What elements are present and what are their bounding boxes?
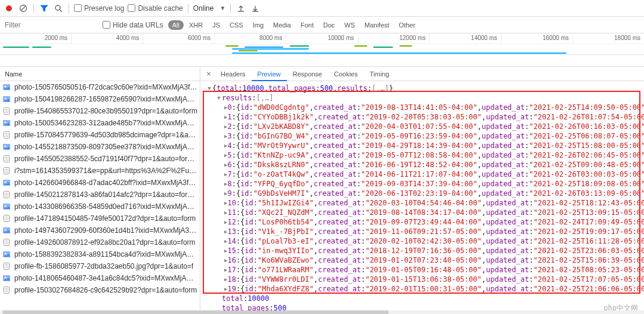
request-name: photo-1500534623283-312aade485b7?ixid=MX…	[14, 119, 197, 127]
svg-point-14	[5, 122, 7, 124]
json-array-item[interactable]: 11: {id: "XQc2I_NQZdM", created_at: "201…	[206, 208, 644, 217]
pill-css[interactable]: CSS	[225, 20, 247, 30]
pill-xhr[interactable]: XHR	[185, 20, 207, 30]
request-row[interactable]: profile-1503027684826-c9c642529b92?dpr=1…	[0, 284, 200, 296]
request-row[interactable]: profile-1492600878912-ef92a8bc20a1?dpr=1…	[0, 236, 200, 248]
request-name: profile-fb-1586085977-2dbda32aeb50.jpg?d…	[14, 262, 193, 270]
waterfall-overview[interactable]: 2000 ms 4000 ms 6000 ms 8000 ms 10000 ms…	[0, 33, 644, 67]
svg-point-42	[5, 229, 7, 231]
request-row[interactable]: profile-1455052388552-5cd7191f40f7?dpr=1…	[0, 153, 200, 165]
expand-icon[interactable]	[206, 84, 212, 93]
json-array-item[interactable]: 14: {id: "pLoal7b3-eI", created_at: "202…	[206, 236, 644, 246]
requests-list[interactable]: photo-1505765050516-f72dcac9c60e?ixid=MX…	[0, 81, 200, 310]
json-array-item[interactable]: 4: {id: "MVrOt9YywrU", created_at: "2019…	[206, 141, 644, 150]
download-icon[interactable]	[250, 3, 261, 14]
request-row[interactable]: photo-1500534623283-312aade485b7?ixid=MX…	[0, 117, 200, 129]
preserve-log-label: Preserve log	[84, 4, 124, 13]
document-file-icon	[2, 286, 11, 294]
tab-timing[interactable]: Timing	[364, 67, 395, 81]
image-file-icon	[2, 226, 11, 235]
pill-other[interactable]: Other	[395, 20, 420, 30]
request-row[interactable]: profile-1450212878143-a86fa014afc2?dpr=1…	[0, 189, 200, 201]
clear-icon[interactable]	[18, 3, 29, 14]
document-file-icon	[2, 190, 11, 199]
json-array-item[interactable]: 16: {id: "Ko6WVaBZEwo", created_at: "201…	[206, 255, 644, 265]
upload-icon[interactable]	[236, 3, 246, 14]
pill-img[interactable]: Img	[249, 20, 268, 30]
json-array-item[interactable]: 18: {id: "VYWW8rr0LDI", created_at: "201…	[206, 275, 644, 284]
request-name: photo-1497436072909-60f360e1d4b1?ixid=MX…	[14, 226, 197, 235]
request-row[interactable]: photo-1433086966358-54859d0ed716?ixid=MX…	[0, 201, 200, 213]
record-icon[interactable]	[4, 3, 14, 14]
throttle-select[interactable]: Online▼	[193, 4, 226, 13]
json-array-item[interactable]: 1: {id: "CYYoDBBj1k2k", created_at: "201…	[206, 112, 644, 122]
json-array-item[interactable]: 9: {id: "G9bDsVeHM7I", created_at: "2020…	[206, 189, 644, 198]
request-row[interactable]: photo-1497436072909-60f360e1d4b1?ixid=MX…	[0, 224, 200, 236]
svg-line-4	[60, 10, 62, 12]
tab-preview[interactable]: Preview	[252, 67, 287, 81]
divider	[69, 4, 69, 13]
column-header-name[interactable]: Name	[0, 67, 200, 81]
disable-cache-checkbox[interactable]: Disable cache	[128, 4, 182, 13]
request-row[interactable]: profile-1471894150485-749fe500172d?dpr=1…	[0, 213, 200, 224]
search-icon[interactable]	[53, 3, 64, 14]
divider	[188, 4, 188, 13]
json-total-pages: total_pages: 500	[206, 303, 644, 310]
pill-all[interactable]: All	[168, 20, 184, 30]
hide-data-urls-checkbox[interactable]: Hide data URLs	[103, 21, 163, 29]
svg-point-30	[5, 181, 7, 183]
pill-manifest[interactable]: Manifest	[360, 20, 394, 30]
request-row[interactable]: profile-1570845779639-4d503db985dcimage?…	[0, 129, 200, 141]
expand-icon[interactable]	[216, 93, 222, 103]
preserve-log-checkbox[interactable]: Preserve log	[74, 4, 124, 13]
json-array-item[interactable]: 3: {id: "bGInG7BO_W4", created_at: "2019…	[206, 131, 644, 141]
svg-point-36	[5, 205, 7, 207]
request-name: photo-1504198266287-1659872e6590?ixid=MX…	[14, 95, 197, 103]
json-array-item[interactable]: 8: {id: "YFPQ_6yqfDo", created_at: "2019…	[206, 179, 644, 189]
json-array-item[interactable]: 12: {id: "LosP0h6tb54", created_at: "201…	[206, 217, 644, 227]
pill-ws[interactable]: WS	[340, 20, 360, 30]
tab-cookies[interactable]: Cookies	[328, 67, 364, 81]
scrollbar-thumb[interactable]	[2, 310, 389, 314]
request-row[interactable]: profile-fb-1586085977-2dbda32aeb50.jpg?d…	[0, 260, 200, 272]
filter-icon[interactable]	[39, 3, 49, 14]
json-total: total: 10000	[206, 294, 644, 303]
json-array-item[interactable]: 2: {id: "LXv2bKABD8Y", created_at: "2020…	[206, 122, 644, 131]
tab-headers[interactable]: Headers	[215, 67, 252, 81]
request-row[interactable]: photo-1418065460487-3e41a6c84dc5?ixid=MX…	[0, 272, 200, 284]
tick: 2000 ms	[0, 33, 71, 44]
image-file-icon	[2, 143, 11, 151]
main-split: Name photo-1505765050516-f72dcac9c60e?ix…	[0, 67, 644, 310]
horizontal-scrollbar[interactable]	[0, 310, 644, 314]
request-name: profile-1455052388552-5cd7191f40f7?dpr=1…	[14, 155, 197, 163]
json-array-item[interactable]: 6: {id: "Dksk8szLRN0", created_at: "2016…	[206, 160, 644, 170]
request-row[interactable]: photo-1504198266287-1659872e6590?ixid=MX…	[0, 93, 200, 105]
request-name: profile-1450212878143-a86fa014afc2?dpr=1…	[14, 190, 197, 199]
request-row[interactable]: photo-1455218873509-8097305ee378?ixid=MX…	[0, 141, 200, 153]
json-preview[interactable]: {total: 10000, total_pages: 500, results…	[200, 81, 644, 310]
json-array-item[interactable]: 15: {id: "in-mwq3YIIo", created_at: "201…	[206, 246, 644, 255]
json-array-item[interactable]: 10: {id: "5h1IJwIZGi4", created_at: "202…	[206, 198, 644, 208]
pill-js[interactable]: JS	[208, 20, 224, 30]
json-array-item[interactable]: 19: {id: "Mhda6XYdFZ8", created_at: "201…	[206, 284, 644, 294]
request-row[interactable]: photo-1588392382834-a891154bca4d?ixid=MX…	[0, 248, 200, 260]
request-row[interactable]: photo-1426604966848-d7adac402bff?ixid=MX…	[0, 177, 200, 189]
pill-media[interactable]: Media	[269, 20, 295, 30]
filter-input[interactable]	[4, 20, 93, 30]
close-icon[interactable]: ×	[203, 69, 215, 78]
json-array-item[interactable]: 17: {id: "o771LWRaaRM", created_at: "201…	[206, 265, 644, 275]
json-array-item[interactable]: 13: {id: "V1k_-7BjPbI", created_at: "201…	[206, 227, 644, 236]
json-array-item[interactable]: 0: {id: "dWD0dCgdntg", created_at: "2019…	[206, 103, 644, 112]
json-results-key[interactable]: results: [,…]	[206, 93, 644, 103]
json-root[interactable]: {total: 10000, total_pages: 500, results…	[206, 84, 644, 93]
pill-font[interactable]: Font	[296, 20, 318, 30]
svg-point-6	[5, 86, 7, 88]
request-row[interactable]: i?stm=1614353599371&e=pp&url=https%3A%2F…	[0, 165, 200, 177]
json-array-item[interactable]: 5: {id: "KtnNZp-uc9A", created_at: "2019…	[206, 150, 644, 160]
json-array-item[interactable]: 7: {id: "o-zOatT4kQw", created_at: "2014…	[206, 170, 644, 179]
document-file-icon	[2, 131, 11, 139]
pill-doc[interactable]: Doc	[319, 20, 339, 30]
request-row[interactable]: profile-1540865537012-80ce3b955019?dpr=1…	[0, 105, 200, 117]
request-row[interactable]: photo-1505765050516-f72dcac9c60e?ixid=MX…	[0, 81, 200, 93]
tab-response[interactable]: Response	[287, 67, 329, 81]
